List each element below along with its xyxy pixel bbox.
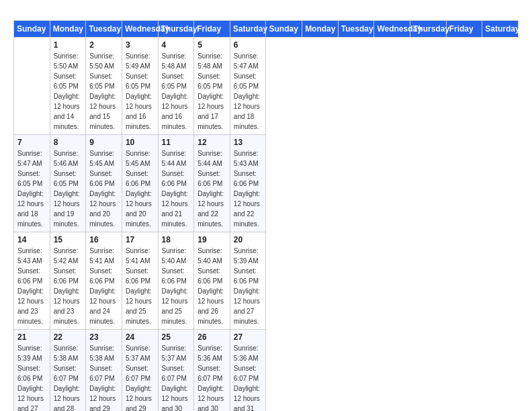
day-number: 12 (197, 138, 226, 147)
day-number: 11 (162, 138, 191, 147)
day-info: Sunrise: 5:43 AM Sunset: 6:06 PM Dayligh… (234, 148, 263, 229)
day-number: 27 (234, 332, 263, 342)
calendar-table: SundayMondayTuesdayWednesdayThursdayFrid… (13, 20, 519, 411)
day-info: Sunrise: 5:37 AM Sunset: 6:07 PM Dayligh… (126, 343, 154, 411)
calendar-cell: 27 Sunrise: 5:36 AM Sunset: 6:07 PM Dayl… (230, 330, 266, 412)
day-info: Sunrise: 5:45 AM Sunset: 6:06 PM Dayligh… (89, 148, 118, 229)
day-number: 3 (126, 40, 154, 50)
calendar-cell: 14 Sunrise: 5:43 AM Sunset: 6:06 PM Dayl… (14, 232, 50, 330)
day-info: Sunrise: 5:38 AM Sunset: 6:07 PM Dayligh… (54, 343, 83, 411)
col-header-saturday: Saturday (482, 21, 519, 38)
col-header-friday: Friday (446, 21, 482, 38)
calendar-cell: 15 Sunrise: 5:42 AM Sunset: 6:06 PM Dayl… (50, 232, 86, 330)
day-info: Sunrise: 5:44 AM Sunset: 6:06 PM Dayligh… (162, 148, 191, 229)
day-info: Sunrise: 5:36 AM Sunset: 6:07 PM Dayligh… (234, 343, 263, 411)
day-number: 10 (126, 138, 154, 147)
calendar-cell: 1 Sunrise: 5:50 AM Sunset: 6:05 PM Dayli… (50, 38, 86, 135)
calendar-cell: 23 Sunrise: 5:38 AM Sunset: 6:07 PM Dayl… (86, 330, 122, 412)
day-number: 25 (162, 332, 191, 342)
day-info: Sunrise: 5:41 AM Sunset: 6:06 PM Dayligh… (89, 246, 118, 326)
col-header-wednesday: Wednesday (122, 21, 158, 38)
calendar-cell: 18 Sunrise: 5:40 AM Sunset: 6:06 PM Dayl… (158, 232, 194, 330)
calendar-cell: 7 Sunrise: 5:47 AM Sunset: 6:05 PM Dayli… (14, 135, 50, 232)
col-header-monday: Monday (302, 21, 339, 38)
calendar-cell: 3 Sunrise: 5:49 AM Sunset: 6:05 PM Dayli… (122, 38, 158, 135)
col-header-monday: Monday (50, 21, 86, 38)
day-info: Sunrise: 5:36 AM Sunset: 6:07 PM Dayligh… (197, 343, 226, 411)
calendar-cell: 12 Sunrise: 5:44 AM Sunset: 6:06 PM Dayl… (194, 135, 230, 232)
col-header-friday: Friday (194, 21, 230, 38)
week-row-2: 7 Sunrise: 5:47 AM Sunset: 6:05 PM Dayli… (14, 135, 519, 232)
day-info: Sunrise: 5:44 AM Sunset: 6:06 PM Dayligh… (197, 148, 226, 229)
day-info: Sunrise: 5:47 AM Sunset: 6:05 PM Dayligh… (234, 51, 263, 132)
day-number: 1 (54, 40, 83, 50)
page-header: General Blue (13, 11, 519, 12)
week-row-3: 14 Sunrise: 5:43 AM Sunset: 6:06 PM Dayl… (14, 232, 519, 330)
day-number: 24 (126, 332, 154, 342)
calendar-cell: 4 Sunrise: 5:48 AM Sunset: 6:05 PM Dayli… (158, 38, 194, 135)
day-number: 19 (197, 235, 226, 244)
week-row-4: 21 Sunrise: 5:39 AM Sunset: 6:06 PM Dayl… (14, 330, 519, 412)
day-info: Sunrise: 5:48 AM Sunset: 6:05 PM Dayligh… (162, 51, 191, 132)
calendar-cell: 13 Sunrise: 5:43 AM Sunset: 6:06 PM Dayl… (230, 135, 266, 232)
day-number: 26 (197, 332, 226, 342)
day-info: Sunrise: 5:40 AM Sunset: 6:06 PM Dayligh… (162, 246, 191, 326)
calendar-cell: 11 Sunrise: 5:44 AM Sunset: 6:06 PM Dayl… (158, 135, 194, 232)
col-header-thursday: Thursday (410, 21, 447, 38)
day-number: 17 (126, 235, 154, 244)
day-info: Sunrise: 5:38 AM Sunset: 6:07 PM Dayligh… (89, 343, 118, 411)
calendar-cell: 26 Sunrise: 5:36 AM Sunset: 6:07 PM Dayl… (194, 330, 230, 412)
day-number: 21 (17, 332, 46, 342)
calendar-cell: 22 Sunrise: 5:38 AM Sunset: 6:07 PM Dayl… (50, 330, 86, 412)
calendar-cell: 25 Sunrise: 5:37 AM Sunset: 6:07 PM Dayl… (158, 330, 194, 412)
day-number: 4 (162, 40, 191, 50)
day-number: 6 (234, 40, 263, 50)
calendar-cell: 5 Sunrise: 5:48 AM Sunset: 6:05 PM Dayli… (194, 38, 230, 135)
col-header-wednesday: Wednesday (374, 21, 410, 38)
day-number: 7 (17, 138, 46, 147)
day-number: 16 (89, 235, 118, 244)
day-number: 15 (54, 235, 83, 244)
calendar-cell: 17 Sunrise: 5:41 AM Sunset: 6:06 PM Dayl… (122, 232, 158, 330)
day-number: 8 (54, 138, 83, 147)
calendar-cell: 20 Sunrise: 5:39 AM Sunset: 6:06 PM Dayl… (230, 232, 266, 330)
day-number: 18 (162, 235, 191, 244)
calendar-cell: 21 Sunrise: 5:39 AM Sunset: 6:06 PM Dayl… (14, 330, 50, 412)
day-number: 22 (54, 332, 83, 342)
day-info: Sunrise: 5:50 AM Sunset: 6:05 PM Dayligh… (89, 51, 118, 132)
col-header-tuesday: Tuesday (338, 21, 374, 38)
col-header-sunday: Sunday (14, 21, 50, 38)
calendar-cell: 6 Sunrise: 5:47 AM Sunset: 6:05 PM Dayli… (230, 38, 266, 135)
calendar-cell: 24 Sunrise: 5:37 AM Sunset: 6:07 PM Dayl… (122, 330, 158, 412)
calendar-cell: 16 Sunrise: 5:41 AM Sunset: 6:06 PM Dayl… (86, 232, 122, 330)
day-info: Sunrise: 5:48 AM Sunset: 6:05 PM Dayligh… (197, 51, 226, 132)
day-info: Sunrise: 5:39 AM Sunset: 6:06 PM Dayligh… (17, 343, 46, 411)
day-number: 5 (197, 40, 226, 50)
calendar-cell: 8 Sunrise: 5:46 AM Sunset: 6:05 PM Dayli… (50, 135, 86, 232)
day-info: Sunrise: 5:49 AM Sunset: 6:05 PM Dayligh… (126, 51, 154, 132)
day-info: Sunrise: 5:37 AM Sunset: 6:07 PM Dayligh… (162, 343, 191, 411)
col-header-saturday: Saturday (230, 21, 266, 38)
calendar-header-row: SundayMondayTuesdayWednesdayThursdayFrid… (14, 21, 519, 38)
day-info: Sunrise: 5:46 AM Sunset: 6:05 PM Dayligh… (54, 148, 83, 229)
week-row-1: 1 Sunrise: 5:50 AM Sunset: 6:05 PM Dayli… (14, 38, 519, 135)
day-number: 9 (89, 138, 118, 147)
col-header-sunday: Sunday (266, 21, 302, 38)
day-info: Sunrise: 5:45 AM Sunset: 6:06 PM Dayligh… (126, 148, 154, 229)
day-number: 13 (234, 138, 263, 147)
day-info: Sunrise: 5:40 AM Sunset: 6:06 PM Dayligh… (197, 246, 226, 326)
calendar-cell: 19 Sunrise: 5:40 AM Sunset: 6:06 PM Dayl… (194, 232, 230, 330)
day-info: Sunrise: 5:43 AM Sunset: 6:06 PM Dayligh… (17, 246, 46, 326)
day-info: Sunrise: 5:47 AM Sunset: 6:05 PM Dayligh… (17, 148, 46, 229)
day-number: 20 (234, 235, 263, 244)
day-number: 14 (17, 235, 46, 244)
calendar-cell: 10 Sunrise: 5:45 AM Sunset: 6:06 PM Dayl… (122, 135, 158, 232)
calendar-cell: 9 Sunrise: 5:45 AM Sunset: 6:06 PM Dayli… (86, 135, 122, 232)
calendar-cell (14, 38, 50, 135)
day-number: 2 (89, 40, 118, 50)
day-info: Sunrise: 5:41 AM Sunset: 6:06 PM Dayligh… (126, 246, 154, 326)
col-header-thursday: Thursday (158, 21, 194, 38)
day-info: Sunrise: 5:42 AM Sunset: 6:06 PM Dayligh… (54, 246, 83, 326)
day-number: 23 (89, 332, 118, 342)
col-header-tuesday: Tuesday (86, 21, 122, 38)
